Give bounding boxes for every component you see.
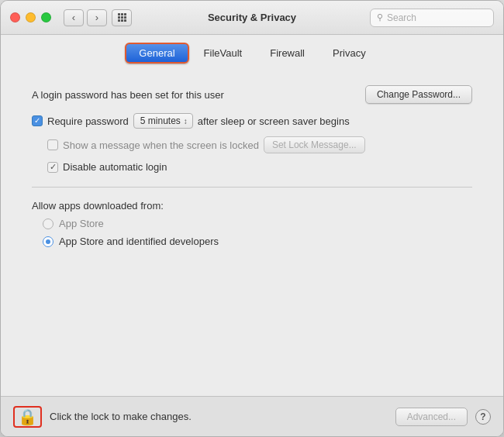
allow-apps-title: Allow apps downloaded from:	[32, 200, 472, 212]
dropdown-value: 5 minutes	[140, 115, 181, 126]
checkmark-icon: ✓	[34, 117, 40, 125]
back-button[interactable]: ‹	[64, 9, 84, 26]
disable-login-row: ✓ Disable automatic login	[47, 161, 472, 173]
tab-firewall[interactable]: Firewall	[257, 43, 318, 63]
bottom-right: Advanced... ?	[395, 408, 491, 426]
disable-login-checkbox[interactable]: ✓	[47, 162, 58, 173]
main-window: ‹ › Security & Privacy ⚲ Search General …	[0, 0, 504, 437]
tab-filevault[interactable]: FileVault	[191, 43, 256, 63]
content-area: A login password has been set for this u…	[1, 70, 503, 396]
password-label: A login password has been set for this u…	[32, 89, 224, 101]
lock-box: 🔒	[13, 406, 42, 428]
set-lock-message-button: Set Lock Message...	[264, 136, 365, 153]
tabs-area: General FileVault Firewall Privacy	[1, 35, 503, 70]
help-button[interactable]: ?	[475, 409, 491, 425]
close-button[interactable]	[10, 12, 20, 22]
app-store-developers-option[interactable]: App Store and identified developers	[43, 236, 472, 247]
grid-icon	[118, 13, 126, 22]
window-title: Security & Privacy	[208, 12, 296, 23]
advanced-button: Advanced...	[395, 408, 468, 426]
section-divider	[32, 187, 472, 188]
app-store-label: App Store	[59, 218, 104, 229]
tab-privacy[interactable]: Privacy	[319, 43, 379, 63]
password-timing-dropdown[interactable]: 5 minutes ↕	[133, 113, 193, 129]
require-password-checkbox[interactable]: ✓	[32, 115, 43, 126]
show-message-label: Show a message when the screen is locked	[63, 139, 259, 151]
app-store-option[interactable]: App Store	[43, 218, 472, 229]
app-store-radio[interactable]	[43, 218, 54, 229]
grid-button[interactable]	[112, 9, 132, 26]
password-row: A login password has been set for this u…	[32, 82, 472, 107]
titlebar: ‹ › Security & Privacy ⚲ Search	[1, 1, 503, 35]
app-store-developers-label: App Store and identified developers	[59, 236, 219, 247]
app-store-developers-radio[interactable]	[43, 236, 54, 247]
change-password-button[interactable]: Change Password...	[365, 85, 472, 104]
require-password-row: ✓ Require password 5 minutes ↕ after sle…	[32, 113, 472, 129]
lock-message: Click the lock to make changes.	[50, 411, 192, 422]
show-message-checkbox[interactable]	[47, 139, 58, 150]
maximize-button[interactable]	[41, 12, 51, 22]
allow-apps-section: Allow apps downloaded from: App Store Ap…	[32, 200, 472, 247]
traffic-lights	[10, 12, 51, 22]
partial-check-icon: ✓	[50, 162, 57, 172]
minimize-button[interactable]	[26, 12, 36, 22]
forward-button[interactable]: ›	[87, 9, 107, 26]
chevron-down-icon: ↕	[184, 117, 188, 126]
tab-general[interactable]: General	[125, 43, 188, 64]
nav-buttons: ‹ ›	[64, 9, 107, 26]
lock-icon[interactable]: 🔒	[18, 409, 37, 425]
search-icon: ⚲	[377, 12, 383, 22]
disable-login-label: Disable automatic login	[63, 161, 167, 173]
after-sleep-label: after sleep or screen saver begins	[198, 115, 350, 127]
bottom-bar: 🔒 Click the lock to make changes. Advanc…	[1, 396, 503, 436]
show-message-row: Show a message when the screen is locked…	[47, 136, 472, 153]
require-password-label: Require password	[47, 115, 129, 127]
search-placeholder: Search	[387, 12, 416, 23]
search-bar[interactable]: ⚲ Search	[370, 9, 494, 27]
